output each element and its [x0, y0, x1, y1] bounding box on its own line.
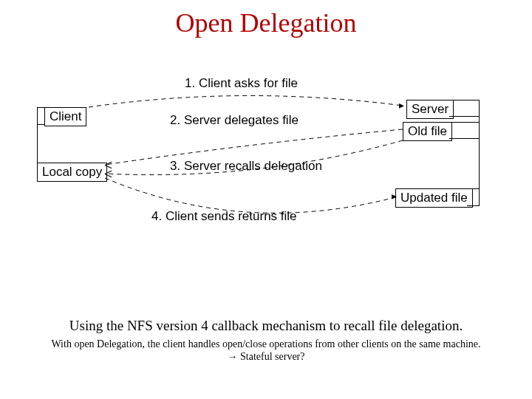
step-1-label: 1. Client asks for file [185, 76, 298, 91]
caption-text: Using the NFS version 4 callback mechani… [0, 318, 532, 334]
client-box: Client [44, 107, 86, 126]
subcaption-line1: With open Delegation, the client handles… [0, 338, 532, 350]
page-title: Open Delegation [0, 7, 532, 38]
arrowhead-step1: ▸ [399, 100, 404, 110]
local-copy-box: Local copy [37, 163, 107, 182]
delegation-diagram: Client Local copy Server Old file Update… [37, 70, 502, 262]
step-3-label: 3. Server recalls delegation [170, 159, 322, 174]
server-box: Server [406, 100, 454, 119]
subcaption-line2: → Stateful server? [0, 351, 532, 363]
step-2-label: 2. Server delegates file [170, 113, 299, 128]
updated-file-box: Updated file [395, 188, 473, 208]
arrowhead-step4: ▸ [392, 191, 397, 201]
step-4-label: 4. Client sends returns file [151, 209, 297, 224]
old-file-box: Old file [403, 122, 452, 141]
